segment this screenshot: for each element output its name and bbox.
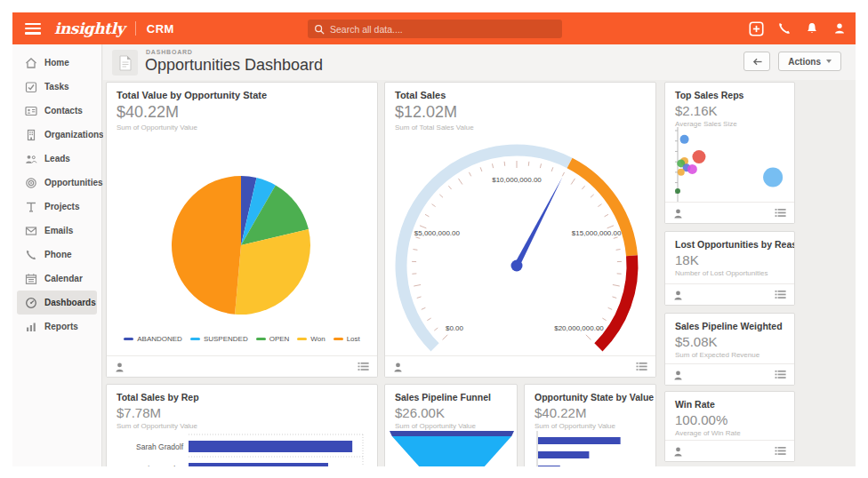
card-value: 18K: [675, 252, 787, 267]
sidebar-item-label: Contacts: [44, 106, 83, 116]
card-footer: [665, 283, 794, 305]
topbar: insightly CRM: [12, 12, 856, 44]
legend-item[interactable]: SUSPENDED: [190, 335, 248, 343]
sidebar-item-projects[interactable]: Projects: [17, 195, 97, 219]
projects-icon: [25, 201, 37, 213]
card-value: $12.02M: [395, 103, 648, 122]
back-button[interactable]: [743, 52, 770, 71]
card-title: Sales Pipeline Funnel: [395, 392, 510, 402]
card-title: Lost Opportunities by Reason: [675, 239, 787, 250]
card-footer: [665, 202, 794, 223]
card-title: Total Sales: [395, 90, 648, 100]
card-subtitle: Number of Lost Opportunities: [675, 269, 787, 277]
card-subtitle: Sum of Opportunity Value: [534, 422, 648, 430]
sidebar-item-label: Calendar: [44, 274, 83, 283]
card-footer: [665, 440, 794, 461]
sidebar-item-opportunities[interactable]: Opportunities: [17, 171, 97, 195]
card-win-rate: Win Rate 100.00% Average of Win Rate: [664, 391, 795, 462]
sidebar-item-phone[interactable]: Phone: [17, 243, 97, 267]
sidebar-item-dashboards[interactable]: Dashboards: [17, 291, 97, 315]
card-value: $5.08K: [675, 334, 787, 349]
card-value: $7.78M: [117, 405, 370, 420]
owner-icon[interactable]: [673, 290, 683, 300]
sidebar-item-contacts[interactable]: Contacts: [17, 99, 97, 123]
card-total-sales-by-rep: Total Sales by Rep $7.78M Sum of Opportu…: [106, 384, 378, 466]
list-menu-icon[interactable]: [775, 446, 786, 456]
legend-item[interactable]: Won: [297, 335, 325, 343]
svg-text:$10,000,000.00: $10,000,000.00: [492, 176, 542, 184]
add-icon[interactable]: [749, 21, 764, 36]
card-value: $26.00K: [395, 405, 510, 420]
product-label: CRM: [147, 22, 174, 36]
user-avatar-icon[interactable]: [832, 21, 847, 36]
card-value: $2.16K: [675, 103, 787, 118]
pie-legend: ABANDONEDSUSPENDEDOPENWonLost: [107, 335, 377, 343]
insightly-logo[interactable]: insightly: [54, 20, 125, 37]
search-box[interactable]: [308, 20, 562, 38]
card-sales-pipeline-funnel: Sales Pipeline Funnel $26.00K Sum of Opp…: [384, 384, 518, 466]
svg-text:$0.00: $0.00: [446, 324, 464, 332]
sidebar-item-emails[interactable]: Emails: [17, 219, 97, 243]
owner-icon[interactable]: [673, 370, 683, 380]
sidebar-item-organizations[interactable]: Organizations: [17, 123, 97, 147]
search-icon: [314, 24, 325, 35]
sidebar-item-label: Emails: [44, 226, 73, 235]
sidebar-item-label: Tasks: [44, 82, 69, 92]
menu-icon[interactable]: [25, 23, 41, 35]
chevron-down-icon: [826, 60, 832, 63]
list-menu-icon[interactable]: [775, 208, 786, 218]
notifications-bell-icon[interactable]: [805, 21, 819, 36]
back-arrow-icon: [751, 57, 763, 67]
screenshot-frame: insightly CRM HomeTasksContactsOrganizat…: [0, 0, 868, 478]
card-subtitle: Average Sales Size: [675, 120, 787, 128]
page-header: DASHBOARD Opportunities Dashboard Action…: [103, 44, 856, 80]
card-footer: [385, 355, 655, 377]
list-menu-icon[interactable]: [358, 362, 369, 371]
list-menu-icon[interactable]: [775, 290, 786, 299]
sidebar-item-label: Home: [44, 58, 69, 68]
page-title: Opportunities Dashboard: [145, 56, 323, 75]
card-title: Total Sales by Rep: [117, 392, 370, 402]
owner-icon[interactable]: [673, 208, 683, 219]
sidebar-item-label: Organizations: [44, 130, 104, 139]
card-value: $40.22M: [117, 103, 370, 122]
card-title: Total Value by Opportunity State: [117, 90, 370, 100]
calendar-icon: [25, 273, 37, 285]
sidebar-item-label: Projects: [44, 202, 79, 211]
svg-text:$15,000,000.00: $15,000,000.00: [572, 229, 622, 237]
owner-icon[interactable]: [115, 362, 125, 372]
legend-item[interactable]: OPEN: [256, 335, 290, 343]
card-footer: [107, 355, 377, 377]
search-input[interactable]: [330, 24, 543, 35]
tasks-icon: [25, 81, 37, 93]
leads-icon: [25, 153, 37, 165]
actions-button[interactable]: Actions: [778, 52, 841, 71]
card-subtitle: Sum of Total Sales Value: [395, 123, 648, 131]
legend-item[interactable]: ABANDONED: [124, 335, 182, 343]
sidebar-item-label: Dashboards: [44, 298, 96, 307]
header-actions: Actions: [743, 52, 841, 71]
list-menu-icon[interactable]: [775, 370, 786, 379]
sidebar-item-leads[interactable]: Leads: [17, 147, 97, 171]
card-title: Top Sales Reps: [675, 90, 787, 100]
phone-icon: [25, 249, 37, 261]
app-window: insightly CRM HomeTasksContactsOrganizat…: [12, 12, 856, 466]
sidebar-item-tasks[interactable]: Tasks: [17, 75, 97, 99]
owner-icon[interactable]: [673, 446, 683, 457]
organizations-icon: [25, 129, 37, 141]
phone-icon[interactable]: [777, 21, 792, 36]
legend-item[interactable]: Lost: [334, 335, 360, 343]
sidebar-item-calendar[interactable]: Calendar: [17, 267, 97, 291]
dashboard-page-icon: [112, 50, 138, 76]
sidebar-item-label: Leads: [44, 154, 70, 163]
owner-icon[interactable]: [393, 362, 403, 372]
topbar-icons: [749, 12, 847, 44]
card-subtitle: Sum of Opportunity Value: [117, 422, 370, 430]
sidebar-item-home[interactable]: Home: [17, 51, 97, 75]
sidebar-item-reports[interactable]: Reports: [17, 315, 97, 339]
svg-text:Brian Bagley: Brian Bagley: [141, 465, 184, 466]
card-title: Opportunity State by Value: [534, 392, 648, 402]
card-top-sales-reps: Top Sales Reps $2.16K Average Sales Size: [664, 82, 795, 224]
list-menu-icon[interactable]: [636, 362, 647, 371]
svg-text:$20,000,000.00: $20,000,000.00: [554, 324, 604, 332]
